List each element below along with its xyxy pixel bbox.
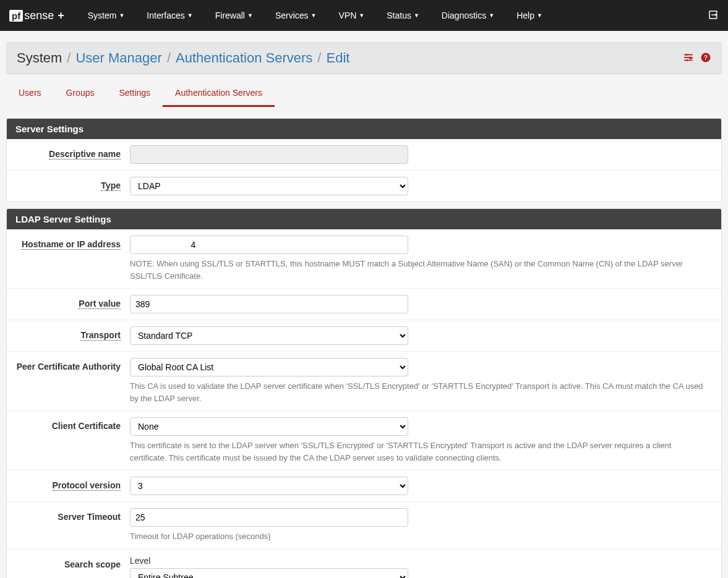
label-protocol-version: Protocol version xyxy=(15,477,130,490)
select-type[interactable]: LDAP xyxy=(130,177,408,195)
input-hostname[interactable] xyxy=(130,236,408,254)
nav-firewall[interactable]: Firewall▼ xyxy=(204,0,264,31)
logo-sense: sense xyxy=(24,9,54,22)
row-client-cert: Client Certificate None This certificate… xyxy=(7,411,721,470)
label-peer-ca: Peer Certificate Authority xyxy=(15,358,130,372)
logo-pf: pf xyxy=(9,10,23,22)
label-type: Type xyxy=(15,177,130,190)
svg-rect-0 xyxy=(684,54,693,55)
label-port: Port value xyxy=(15,295,130,308)
breadcrumb-edit[interactable]: Edit xyxy=(326,50,349,66)
nav-services[interactable]: Services▼ xyxy=(264,0,328,31)
row-protocol-version: Protocol version 3 xyxy=(7,470,721,502)
row-server-timeout: Server Timeout Timeout for LDAP operatio… xyxy=(7,502,721,550)
select-transport[interactable]: Standard TCP xyxy=(130,326,408,345)
chevron-down-icon: ▼ xyxy=(489,12,494,19)
row-hostname: Hostname or IP address NOTE: When using … xyxy=(7,229,721,289)
label-hostname: Hostname or IP address xyxy=(15,236,130,249)
row-port: Port value xyxy=(7,289,721,320)
nav-system[interactable]: System▼ xyxy=(77,0,136,31)
row-transport: Transport Standard TCP xyxy=(7,320,721,352)
chevron-down-icon: ▼ xyxy=(359,12,364,19)
label-client-cert: Client Certificate xyxy=(15,417,130,431)
input-descriptive-name xyxy=(130,145,408,164)
row-type: Type LDAP xyxy=(7,171,721,202)
tab-auth-servers[interactable]: Authentication Servers xyxy=(163,80,275,107)
nav-help[interactable]: Help▼ xyxy=(505,0,554,31)
row-search-scope: Search scope Level Entire Subtree xyxy=(7,550,721,579)
breadcrumb: System / User Manager / Authentication S… xyxy=(17,50,683,66)
breadcrumb-system: System xyxy=(17,50,62,66)
nav-right xyxy=(708,9,719,22)
help-client-cert: This certificate is sent to the LDAP ser… xyxy=(130,440,705,464)
row-peer-ca: Peer Certificate Authority Global Root C… xyxy=(7,352,721,411)
svg-rect-1 xyxy=(684,57,693,58)
chevron-down-icon: ▼ xyxy=(119,12,124,19)
panel-ldap-settings: LDAP Server Settings Hostname or IP addr… xyxy=(6,208,722,578)
panel-heading-ldap: LDAP Server Settings xyxy=(7,209,721,229)
chevron-down-icon: ▼ xyxy=(414,12,419,19)
logo-plus: + xyxy=(58,9,64,22)
help-icon[interactable]: ? xyxy=(700,52,711,65)
chevron-down-icon: ▼ xyxy=(311,12,317,19)
brand-logo[interactable]: pf sense + xyxy=(9,9,64,22)
chevron-down-icon: ▼ xyxy=(537,12,542,19)
svg-point-3 xyxy=(686,54,688,56)
nav-diagnostics[interactable]: Diagnostics▼ xyxy=(430,0,505,31)
panel-server-settings: Server Settings Descriptive name Type LD… xyxy=(6,118,722,202)
nav-items: System▼ Interfaces▼ Firewall▼ Services▼ … xyxy=(77,0,708,31)
help-server-timeout: Timeout for LDAP operations (seconds) xyxy=(130,530,705,543)
select-search-scope[interactable]: Entire Subtree xyxy=(130,568,408,579)
tab-groups[interactable]: Groups xyxy=(54,80,107,107)
select-protocol-version[interactable]: 3 xyxy=(130,477,408,495)
tab-settings[interactable]: Settings xyxy=(106,80,163,107)
page-header: System / User Manager / Authentication S… xyxy=(6,42,722,74)
svg-text:?: ? xyxy=(704,53,708,61)
sliders-icon[interactable] xyxy=(683,52,694,65)
tab-users[interactable]: Users xyxy=(6,80,54,107)
nav-interfaces[interactable]: Interfaces▼ xyxy=(135,0,203,31)
tabs: Users Groups Settings Authentication Ser… xyxy=(6,80,722,107)
label-search-scope: Search scope xyxy=(15,556,130,569)
logout-icon[interactable] xyxy=(708,9,719,22)
input-server-timeout[interactable] xyxy=(130,508,408,527)
input-port[interactable] xyxy=(130,295,408,313)
label-transport: Transport xyxy=(15,326,130,340)
top-navbar: pf sense + System▼ Interfaces▼ Firewall▼… xyxy=(0,0,728,31)
help-peer-ca: This CA is used to validate the LDAP ser… xyxy=(130,380,705,404)
help-hostname: NOTE: When using SSL/TLS or STARTTLS, th… xyxy=(130,258,705,282)
nav-vpn[interactable]: VPN▼ xyxy=(328,0,376,31)
svg-point-4 xyxy=(690,56,692,58)
chevron-down-icon: ▼ xyxy=(247,12,253,19)
sublabel-level: Level xyxy=(130,556,711,566)
nav-status[interactable]: Status▼ xyxy=(375,0,430,31)
page-header-icons: ? xyxy=(683,52,711,65)
label-descriptive-name: Descriptive name xyxy=(15,145,130,159)
chevron-down-icon: ▼ xyxy=(187,12,193,19)
row-descriptive-name: Descriptive name xyxy=(7,139,721,171)
breadcrumb-user-manager[interactable]: User Manager xyxy=(75,50,161,66)
select-client-cert[interactable]: None xyxy=(130,417,408,436)
select-peer-ca[interactable]: Global Root CA List xyxy=(130,358,408,376)
breadcrumb-auth-servers[interactable]: Authentication Servers xyxy=(176,50,312,66)
panel-heading-server-settings: Server Settings xyxy=(7,119,721,139)
svg-point-5 xyxy=(687,59,688,61)
label-server-timeout: Server Timeout xyxy=(15,508,130,522)
